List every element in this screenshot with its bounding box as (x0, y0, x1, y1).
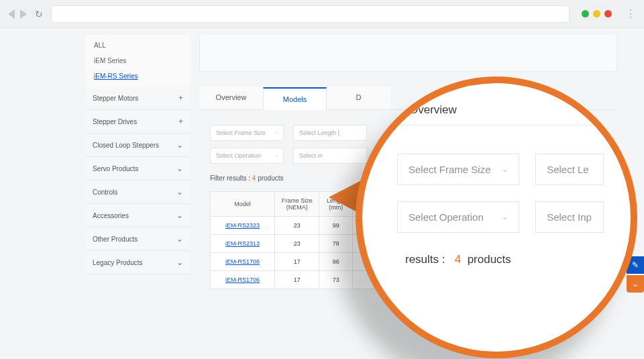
zoom-results-post: products (468, 253, 511, 266)
filter-label: Select Operation (216, 152, 261, 159)
cell: 17 (274, 271, 319, 289)
th-frame: Frame Size (NEMA) (274, 192, 319, 217)
edit-icon: ✎ (632, 260, 639, 270)
caret-icon: - (276, 152, 278, 159)
cell: 99 (319, 217, 353, 235)
tab-overview[interactable]: Overview (199, 87, 263, 109)
browser-chrome: ↻ ⋮ (0, 0, 644, 28)
zoom-lens: Overview M Select Frame Size ⌄ Select Le… (356, 76, 637, 358)
zoom-results-count: 4 (455, 253, 461, 266)
side-action-chevron[interactable]: ⌄ (627, 275, 644, 293)
window-controls (582, 10, 612, 17)
sidebar-cat-label: Stepper Drives (93, 118, 137, 125)
expand-icon: + (178, 117, 183, 126)
results-count: 4 (252, 174, 256, 182)
chevron-down-icon: ⌄ (176, 234, 183, 244)
sidebar-cat-controls[interactable]: Controls ⌄ (86, 181, 190, 204)
traffic-light-yellow[interactable] (593, 10, 600, 17)
chevron-down-icon: ⌄ (176, 164, 183, 173)
filter-frame-size[interactable]: Select Frame Size - (210, 125, 284, 141)
cell-model[interactable]: iEM-RS2323 (211, 217, 275, 235)
caret-icon: - (276, 130, 278, 136)
sidebar-item-iem[interactable]: iEM Series (86, 53, 190, 68)
chevron-down-icon: ⌄ (176, 211, 183, 220)
sidebar-cat-accessories[interactable]: Accessories ⌄ (86, 204, 190, 227)
zoom-filter-label: Select Operation (409, 211, 484, 223)
sidebar-cat-label: Controls (93, 189, 117, 196)
zoom-filter-label: Select Le (547, 164, 589, 175)
sidebar-cat-stepper-motors[interactable]: Stepper Motors + (86, 87, 190, 110)
zoom-filter-length[interactable]: Select Le (535, 154, 604, 185)
page-viewport: ALL iEM Series iEM-RS Series Stepper Mot… (0, 28, 644, 359)
filter-length[interactable]: Select Length ( (293, 125, 367, 141)
cell: 73 (319, 271, 353, 289)
sidebar-cat-label: Servo Products (93, 165, 138, 172)
sidebar-item-all[interactable]: ALL (86, 38, 190, 53)
sidebar-cat-label: Accessories (93, 212, 129, 219)
zoom-filter-label: Select Frame Size (409, 164, 491, 175)
tab-models[interactable]: Models (263, 87, 327, 110)
results-label-pre: Filter results : (210, 174, 250, 182)
sidebar-cat-other[interactable]: Other Products ⌄ (86, 227, 190, 251)
zoom-filter-label: Select Inp (547, 211, 592, 223)
filter-label: Select Frame Size (216, 130, 266, 136)
nav-forward-button[interactable] (20, 9, 27, 19)
cell: 23 (274, 217, 319, 235)
results-label-post: products (258, 174, 283, 182)
sidebar-cat-stepper-drives[interactable]: Stepper Drives + (86, 110, 190, 134)
sidebar-cat-servo[interactable]: Servo Products ⌄ (86, 157, 190, 181)
sidebar-cat-legacy[interactable]: Legacy Products ⌄ (86, 251, 190, 274)
chevron-down-icon: ⌄ (632, 279, 639, 289)
sidebar: ALL iEM Series iEM-RS Series Stepper Mot… (86, 35, 190, 274)
sidebar-cat-label: Legacy Products (93, 259, 143, 266)
th-model: Model (211, 192, 275, 217)
tab-third[interactable]: D (327, 87, 390, 109)
cell: 23 (274, 235, 319, 253)
zoom-filter-frame[interactable]: Select Frame Size ⌄ (397, 154, 519, 185)
cell: 86 (319, 253, 353, 271)
chevron-down-icon: ⌄ (176, 258, 183, 267)
filter-label: Select Length ( (299, 130, 340, 136)
chevron-down-icon: ⌄ (176, 187, 183, 197)
sidebar-cat-closed-loop[interactable]: Closed Loop Steppers ⌄ (86, 134, 190, 157)
zoom-filter-input[interactable]: Select Inp (535, 201, 604, 233)
zoom-results: results : 4 products (397, 253, 604, 266)
filter-label: Select In (299, 152, 323, 159)
hero-banner (199, 35, 617, 72)
traffic-light-red[interactable] (604, 10, 612, 17)
cell-model[interactable]: iEM-RS1708 (211, 253, 275, 271)
zoom-body: Select Frame Size ⌄ Select Le Select Ope… (362, 125, 631, 266)
reload-button[interactable]: ↻ (35, 9, 43, 19)
zoom-tab-overview[interactable]: Overview (409, 103, 457, 117)
expand-icon: + (178, 93, 183, 103)
browser-more-icon[interactable]: ⋮ (625, 7, 636, 20)
sidebar-item-iem-rs[interactable]: iEM-RS Series (86, 68, 190, 84)
nav-back-button[interactable] (8, 9, 15, 19)
zoom-filter-operation[interactable]: Select Operation ⌄ (397, 201, 519, 233)
filter-input[interactable]: Select In (293, 148, 367, 164)
filter-operation[interactable]: Select Operation - (210, 148, 284, 164)
chevron-down-icon: ⌄ (502, 165, 508, 174)
cell: 78 (319, 235, 353, 253)
zoom-results-pre: results : (405, 253, 445, 266)
traffic-light-green[interactable] (582, 10, 589, 17)
sidebar-cat-label: Other Products (93, 236, 138, 243)
chevron-down-icon: ⌄ (176, 140, 183, 150)
sidebar-subcategory-list: ALL iEM Series iEM-RS Series (86, 35, 190, 87)
sidebar-cat-label: Closed Loop Steppers (93, 142, 159, 149)
cell: 17 (274, 253, 319, 271)
url-bar[interactable] (51, 5, 570, 23)
sidebar-cat-label: Stepper Motors (93, 95, 138, 102)
cell-model[interactable]: iEM-RS1706 (211, 271, 275, 289)
cell-model[interactable]: iEM-RS2313 (211, 235, 275, 253)
chevron-down-icon: ⌄ (502, 213, 508, 221)
